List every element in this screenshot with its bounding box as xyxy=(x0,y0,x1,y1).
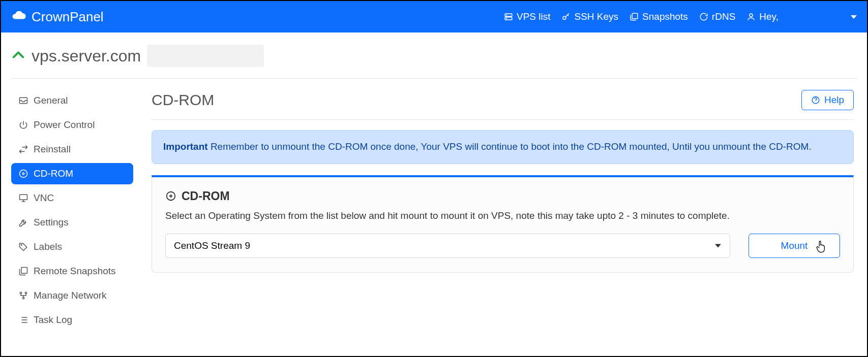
nav-user-menu[interactable]: Hey, xyxy=(746,11,779,22)
sidebar-item-settings[interactable]: Settings xyxy=(11,212,133,233)
svg-point-16 xyxy=(167,192,175,201)
wrench-icon xyxy=(18,217,28,228)
page-content: vps.server.com General Power Control Rei… xyxy=(1,33,867,334)
sidebar-item-remote-snapshots[interactable]: Remote Snapshots xyxy=(11,261,133,282)
os-select[interactable]: CentOS Stream 9 xyxy=(165,234,730,258)
disc-icon xyxy=(165,190,176,202)
svg-point-17 xyxy=(170,195,172,197)
main-header: CD-ROM Help xyxy=(152,90,854,120)
svg-point-12 xyxy=(20,292,21,294)
inbox-icon xyxy=(18,95,28,106)
svg-point-3 xyxy=(506,18,507,19)
help-button[interactable]: Help xyxy=(801,90,854,110)
brand[interactable]: CrownPanel xyxy=(11,8,104,26)
svg-point-4 xyxy=(563,16,566,19)
monitor-icon xyxy=(18,193,28,203)
nav-vps-list[interactable]: VPS list xyxy=(504,11,551,22)
page-body: General Power Control Reinstall CD-ROM V… xyxy=(11,79,857,334)
svg-point-6 xyxy=(750,14,753,17)
help-icon xyxy=(811,95,820,105)
cdrom-card: CD-ROM Select an Operating System from t… xyxy=(152,175,854,273)
sidebar-item-labels[interactable]: Labels xyxy=(11,236,133,257)
status-up-icon xyxy=(11,48,25,64)
network-icon xyxy=(18,290,28,301)
svg-point-7 xyxy=(20,170,27,178)
alert-text: Remember to unmount the CD-ROM once done… xyxy=(208,141,812,152)
svg-point-2 xyxy=(506,15,507,15)
important-alert: Important Remember to unmount the CD-ROM… xyxy=(152,130,854,164)
sidebar-item-task-log[interactable]: Task Log xyxy=(11,309,133,331)
card-description: Select an Operating System from the list… xyxy=(165,210,840,221)
svg-point-10 xyxy=(21,244,22,245)
rdns-icon xyxy=(699,12,708,21)
svg-rect-11 xyxy=(21,268,27,274)
sidebar-item-reinstall[interactable]: Reinstall xyxy=(11,139,133,160)
page-header: vps.server.com xyxy=(11,42,857,79)
card-controls: CentOS Stream 9 Mount xyxy=(165,234,840,258)
main-panel: CD-ROM Help Important Remember to unmoun… xyxy=(152,90,857,334)
sidebar-item-vnc[interactable]: VNC xyxy=(11,187,133,209)
server-icon xyxy=(504,12,513,21)
nav-snapshots[interactable]: Snapshots xyxy=(630,11,688,22)
svg-point-8 xyxy=(22,173,24,174)
top-bar: CrownPanel VPS list SSH Keys Snapshots r… xyxy=(1,1,867,33)
user-icon xyxy=(746,12,756,21)
os-select-wrap: CentOS Stream 9 xyxy=(165,234,730,258)
svg-rect-9 xyxy=(20,194,27,200)
brand-name: CrownPanel xyxy=(32,9,104,25)
reinstall-icon xyxy=(18,144,28,154)
sidebar: General Power Control Reinstall CD-ROM V… xyxy=(11,90,133,334)
cursor-hand-icon xyxy=(815,240,826,253)
sidebar-item-power-control[interactable]: Power Control xyxy=(11,114,133,136)
power-icon xyxy=(18,120,28,130)
snapshots-icon xyxy=(630,12,639,21)
disc-icon xyxy=(18,169,28,179)
alert-strong: Important xyxy=(163,141,208,152)
top-nav: VPS list SSH Keys Snapshots rDNS Hey, xyxy=(504,11,857,22)
sidebar-item-general[interactable]: General xyxy=(11,90,133,111)
page-title: CD-ROM xyxy=(152,91,214,109)
nav-ssh-keys[interactable]: SSH Keys xyxy=(561,11,618,22)
mount-button[interactable]: Mount xyxy=(749,234,840,258)
svg-point-13 xyxy=(25,292,26,294)
list-icon xyxy=(18,315,28,325)
snapshots-icon xyxy=(18,266,28,276)
svg-rect-5 xyxy=(632,13,638,19)
cloud-icon xyxy=(11,8,26,26)
nav-rdns[interactable]: rDNS xyxy=(699,11,735,22)
sidebar-item-manage-network[interactable]: Manage Network xyxy=(11,285,133,306)
card-title: CD-ROM xyxy=(165,189,840,203)
hostname: vps.server.com xyxy=(32,47,141,66)
chevron-down-icon[interactable] xyxy=(851,15,857,19)
sidebar-item-cdrom[interactable]: CD-ROM xyxy=(11,163,133,184)
svg-point-14 xyxy=(22,297,24,299)
redacted-info xyxy=(147,45,264,67)
key-icon xyxy=(561,12,571,21)
tag-icon xyxy=(18,242,28,252)
